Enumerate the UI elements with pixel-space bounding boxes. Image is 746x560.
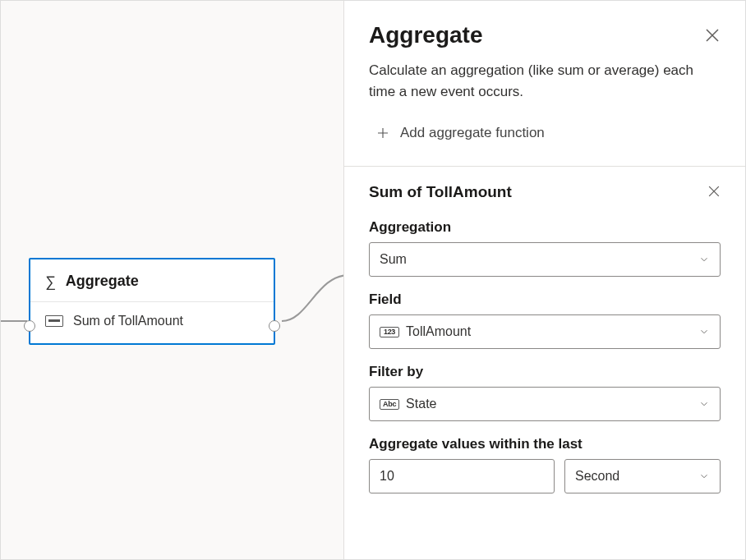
node-title: Aggregate [66, 273, 139, 290]
field-label: Field [369, 291, 721, 308]
node-output-row[interactable]: Sum of TollAmount [30, 302, 274, 343]
field-select[interactable]: 123 TollAmount [369, 314, 721, 349]
section-title: Sum of TollAmount [369, 183, 721, 201]
chevron-down-icon [698, 326, 710, 337]
close-icon [706, 183, 722, 200]
window-unit-value: Second [575, 469, 698, 484]
sigma-icon: ∑ [45, 274, 56, 289]
plus-icon [375, 126, 390, 140]
window-label: Aggregate values within the last [369, 436, 721, 452]
field-value: TollAmount [406, 324, 698, 339]
filterby-value: State [406, 397, 698, 411]
filterby-select[interactable]: Abc State [369, 387, 721, 421]
aggregation-value: Sum [380, 252, 698, 267]
output-icon [45, 315, 63, 327]
canvas[interactable]: ∑ Aggregate Sum of TollAmount [1, 1, 344, 559]
window-unit-select[interactable]: Second [564, 459, 721, 493]
node-output-label: Sum of TollAmount [73, 314, 183, 328]
output-port[interactable] [269, 320, 280, 332]
aggregation-label: Aggregation [369, 219, 721, 236]
aggregate-section: Sum of TollAmount Aggregation Sum Field … [344, 167, 745, 516]
add-aggregate-label: Add aggregate function [400, 125, 545, 141]
chevron-down-icon [698, 398, 710, 410]
panel-title: Aggregate [369, 22, 721, 48]
close-icon [702, 25, 722, 45]
input-port[interactable] [24, 320, 35, 332]
text-type-icon: Abc [380, 399, 399, 410]
filterby-label: Filter by [369, 364, 721, 380]
numeric-type-icon: 123 [380, 327, 399, 337]
window-amount-input[interactable] [369, 459, 555, 493]
add-aggregate-button[interactable]: Add aggregate function [369, 120, 721, 159]
aggregate-node[interactable]: ∑ Aggregate Sum of TollAmount [29, 258, 275, 345]
aggregation-select[interactable]: Sum [369, 242, 721, 277]
remove-aggregate-button[interactable] [706, 183, 722, 200]
properties-panel: Aggregate Calculate an aggregation (like… [344, 1, 745, 559]
panel-description: Calculate an aggregation (like sum or av… [369, 60, 721, 102]
chevron-down-icon [698, 470, 710, 482]
close-panel-button[interactable] [702, 25, 722, 45]
chevron-down-icon [698, 254, 710, 265]
